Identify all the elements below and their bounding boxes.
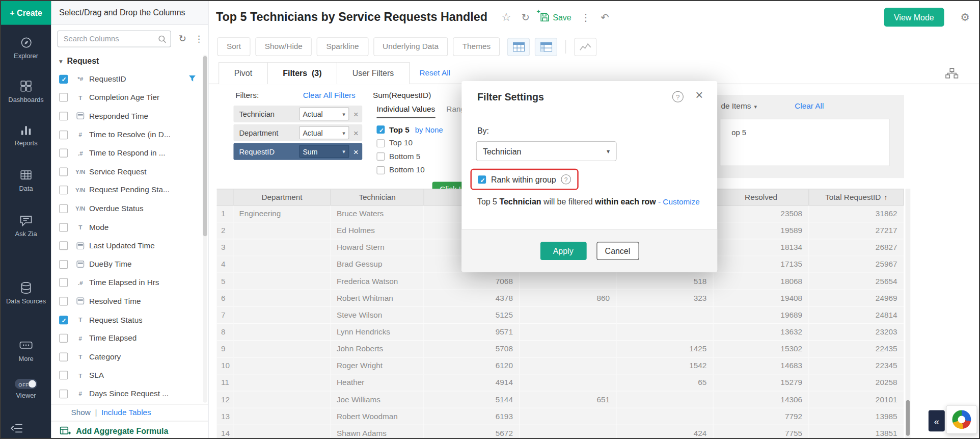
column-checkbox[interactable] — [59, 241, 68, 250]
hierarchy-icon[interactable] — [945, 68, 959, 79]
view-mode-button[interactable]: View Mode — [884, 8, 944, 27]
toolbar-button[interactable]: Themes — [453, 37, 500, 56]
column-checkbox[interactable] — [59, 75, 68, 84]
sidebar-item-viewer[interactable]: OFFViewer — [1, 379, 51, 400]
column-checkbox[interactable] — [59, 223, 68, 231]
save-button[interactable]: Save — [540, 12, 571, 22]
column-item[interactable]: Y/NRequest Pending Sta... — [51, 181, 202, 199]
filter-option[interactable]: Top 10 — [376, 137, 443, 150]
column-item[interactable]: TCompletion Age Tier — [51, 88, 202, 107]
column-item[interactable]: TMode — [51, 218, 202, 236]
toolbar-button[interactable]: Sparkline — [317, 37, 368, 56]
table-row[interactable]: 5Frederica Watson70685181806825654 — [216, 273, 904, 290]
column-item[interactable]: Resolved Time — [51, 292, 202, 311]
column-checkbox[interactable] — [59, 316, 68, 324]
column-checkbox[interactable] — [59, 297, 68, 305]
column-checkbox[interactable] — [59, 149, 68, 158]
column-checkbox[interactable] — [59, 260, 68, 269]
column-item[interactable]: TCategory — [51, 348, 202, 366]
column-checkbox[interactable] — [59, 371, 68, 380]
column-header[interactable]: Department — [233, 189, 331, 205]
sidebar-item-explorer[interactable]: Explorer — [1, 36, 51, 60]
column-checkbox[interactable] — [59, 93, 68, 102]
tab-individual-values[interactable]: Individual Values — [376, 105, 435, 118]
refresh-columns-icon[interactable]: ↻ — [178, 33, 186, 44]
sidebar-item-data[interactable]: Data — [1, 169, 51, 193]
remove-filter-icon[interactable]: × — [353, 127, 359, 138]
column-checkbox[interactable] — [59, 352, 68, 361]
table-view-icon[interactable] — [507, 38, 530, 56]
column-item[interactable]: Y/NService Request — [51, 163, 202, 181]
aggregation-select[interactable]: Actual▾ — [299, 126, 349, 139]
create-button[interactable]: + Create — [1, 1, 51, 25]
refresh-report-icon[interactable]: ↻ — [521, 11, 529, 23]
apply-button[interactable]: Apply — [540, 242, 586, 260]
sidebar-item-zia[interactable]: Ask Zia — [1, 214, 51, 238]
column-item[interactable]: Responded Time — [51, 107, 202, 125]
pivot-view-icon[interactable] — [535, 38, 557, 56]
filter-option[interactable]: Bottom 5 — [376, 150, 443, 163]
option-checkbox[interactable] — [376, 125, 385, 134]
column-header[interactable]: Technician — [331, 189, 424, 205]
sidebar-item-reports[interactable]: Reports — [1, 123, 51, 147]
column-item[interactable]: *#RequestID — [51, 70, 202, 88]
option-checkbox[interactable] — [376, 152, 385, 161]
table-row[interactable]: 9John Roberts570814251530222435 — [216, 341, 904, 357]
aggregation-select[interactable]: Sum▾ — [299, 145, 349, 158]
column-item[interactable]: #Time to Resolve (in D... — [51, 125, 202, 144]
toolbar-button[interactable]: Sort — [217, 37, 251, 56]
tab-pivot[interactable]: Pivot — [219, 62, 268, 84]
column-item[interactable]: DueBy Time — [51, 255, 202, 273]
by-field-select[interactable]: Technician ▾ — [476, 141, 617, 161]
filter-chip[interactable]: DepartmentActual▾× — [233, 124, 362, 141]
column-item[interactable]: #Days Since Request ... — [51, 384, 202, 403]
table-row[interactable]: 14Shawn Adams5672424775513851 — [216, 425, 904, 439]
option-checkbox[interactable] — [376, 139, 385, 147]
chart-view-icon[interactable] — [575, 38, 597, 56]
reset-all-link[interactable]: Reset All — [419, 69, 450, 78]
add-aggregate-formula-button[interactable]: Add Aggregate Formula — [51, 421, 208, 439]
filter-chip[interactable]: TechnicianActual▾× — [233, 106, 362, 122]
remove-filter-icon[interactable]: × — [353, 146, 359, 157]
column-item[interactable]: .#Time to Respond in ... — [51, 144, 202, 162]
sidebar-item-dashboards[interactable]: Dashboards — [1, 80, 51, 104]
column-item[interactable]: Y/NOverdue Status — [51, 199, 202, 218]
aggregation-select[interactable]: Actual▾ — [299, 108, 349, 121]
remove-filter-icon[interactable]: × — [353, 109, 359, 119]
rank-help-icon[interactable]: ? — [561, 174, 571, 185]
column-item[interactable]: Last Updated Time — [51, 237, 202, 255]
undo-icon[interactable]: ↶ — [601, 11, 609, 23]
sidebar-item-datasources[interactable]: Data Sources — [1, 281, 51, 305]
cancel-button[interactable]: Cancel — [596, 242, 639, 260]
scrollbar-thumb[interactable] — [203, 56, 207, 236]
column-checkbox[interactable] — [59, 167, 68, 176]
column-item[interactable]: TRequest Status — [51, 311, 202, 329]
table-row[interactable]: 6Robert Whitman43788603231940824969 — [216, 290, 904, 307]
filter-chip[interactable]: RequestIDSum▾× — [233, 143, 362, 160]
table-row[interactable]: 11Heather4914651527920258 — [216, 375, 904, 392]
collapse-sidebar-icon[interactable] — [1, 423, 32, 436]
option-checkbox[interactable] — [376, 166, 385, 174]
column-checkbox[interactable] — [59, 186, 68, 194]
right-clear-all-link[interactable]: Clear All — [795, 102, 824, 111]
toolbar-button[interactable]: Show/Hide — [255, 37, 312, 56]
columns-scrollbar[interactable] — [203, 55, 207, 403]
more-options-icon[interactable]: ⋮ — [581, 11, 591, 23]
clear-all-filters-link[interactable]: Clear All Filters — [303, 91, 356, 100]
favorite-star-icon[interactable]: ☆ — [501, 10, 511, 24]
column-header[interactable]: Total RequestID↑ — [809, 189, 905, 205]
table-row[interactable]: 7Steve Wilson51251968924814 — [216, 307, 904, 324]
include-tables-link[interactable]: Include Tables — [101, 408, 151, 417]
help-icon[interactable]: ? — [672, 91, 684, 102]
filter-option[interactable]: Top 5by None — [376, 123, 443, 136]
by-none-link[interactable]: by None — [415, 125, 443, 134]
table-row[interactable]: 8Lynn Hendricks95711363223203 — [216, 324, 904, 341]
scrollbar-thumb[interactable] — [906, 400, 910, 436]
chat-launcher[interactable] — [946, 405, 977, 434]
collapse-widget-button[interactable]: « — [929, 410, 945, 431]
columns-menu-icon[interactable]: ⋮ — [195, 34, 203, 44]
column-header[interactable]: Resolved — [714, 189, 809, 205]
column-item[interactable]: #Time Elapsed — [51, 329, 202, 347]
column-item[interactable]: TSLA — [51, 366, 202, 384]
column-checkbox[interactable] — [59, 130, 68, 139]
